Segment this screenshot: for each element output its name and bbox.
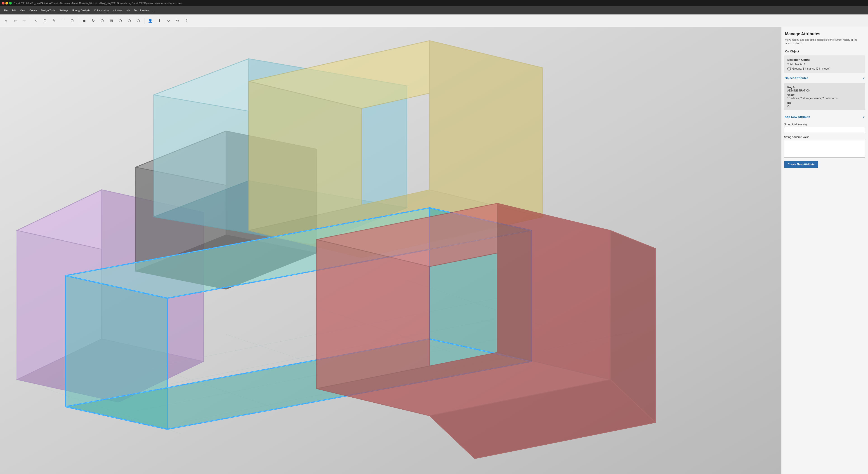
- key-field-label: String Attribute Key: [784, 123, 865, 126]
- toolbar-tool11[interactable]: ⬡: [134, 17, 143, 25]
- selection-count-card: Selection Count Total objects: 1 – Group…: [784, 55, 865, 73]
- object-attributes-chevron: ∨: [863, 76, 865, 80]
- menu-view[interactable]: View: [18, 8, 27, 13]
- toolbar-redo[interactable]: ↪: [20, 17, 28, 25]
- groups-row: – Groups: 1 Instance (2 in model): [787, 67, 862, 70]
- scene-svg: [0, 27, 781, 474]
- toolbar-tool5[interactable]: ⬡: [68, 17, 76, 25]
- attr-id-label: ID:: [787, 101, 862, 104]
- toolbar-paint[interactable]: ✎: [50, 17, 58, 25]
- toolbar-sep-2: [78, 18, 78, 24]
- toolbar-undo[interactable]: ↩: [11, 17, 19, 25]
- value-field-label: String Attribute Value: [784, 135, 865, 139]
- attribute-card: Key 0: ADMINISTRATION Value: 10 offices,…: [784, 83, 865, 110]
- toolbar-snap[interactable]: ⬡: [98, 17, 106, 25]
- selection-count-title: Selection Count: [787, 58, 862, 61]
- toolbar-user[interactable]: 👤: [146, 17, 154, 25]
- add-new-attribute-section: Add New Attribute ∨ String Attribute Key…: [781, 113, 868, 171]
- toolbar-help[interactable]: ?: [182, 17, 191, 25]
- panel-title: Manage Attributes: [785, 32, 864, 36]
- title-bar: Formit 2021.0.0 - D:/_cloud/Autodesk/For…: [0, 0, 868, 6]
- window-controls[interactable]: [2, 2, 12, 4]
- toolbar-hb[interactable]: HB: [174, 17, 182, 25]
- total-objects-value: Total objects: 1: [787, 63, 862, 66]
- menu-tech-preview[interactable]: Tech Preview: [132, 8, 151, 13]
- object-attributes-header[interactable]: Object Attributes ∨: [781, 74, 868, 82]
- toolbar-rotate[interactable]: ↻: [89, 17, 97, 25]
- menu-info[interactable]: Info: [124, 8, 131, 13]
- menu-settings[interactable]: Settings: [57, 8, 70, 13]
- toolbar: ⌂ ↩ ↪ ↖ ⬡ ✎ ⌒ ⬡ ◉ ↻ ⬡ ⊞ ⬡ ⬡ ⬡ 👤 ℹ AA HB …: [0, 14, 868, 27]
- panel-subtitle: View, modify, and add string attributes …: [785, 38, 864, 45]
- toolbar-sep-3: [144, 18, 145, 24]
- attr-key-value: ADMINISTRATION: [787, 89, 862, 92]
- add-new-attribute-title: Add New Attribute: [784, 115, 810, 119]
- toolbar-arc[interactable]: ⌒: [59, 17, 67, 25]
- menu-bar: File Edit View Create Design Tools Setti…: [0, 6, 868, 14]
- toolbar-measure[interactable]: ⬡: [41, 17, 49, 25]
- total-objects-number: 1: [804, 63, 805, 66]
- toolbar-info[interactable]: ℹ: [155, 17, 163, 25]
- minimize-button[interactable]: [5, 2, 8, 4]
- toolbar-home[interactable]: ⌂: [2, 17, 10, 25]
- title-bar-text: Formit 2021.0.0 - D:/_cloud/Autodesk/For…: [13, 2, 866, 4]
- total-objects-label: Total objects:: [787, 63, 803, 66]
- menu-more[interactable]: ...: [151, 8, 157, 13]
- toolbar-point[interactable]: ◉: [80, 17, 88, 25]
- groups-text: Groups: 1 Instance (2 in model): [792, 67, 830, 70]
- add-new-attribute-body: String Attribute Key String Attribute Va…: [781, 121, 868, 171]
- svg-marker-25: [430, 41, 542, 217]
- menu-edit[interactable]: Edit: [10, 8, 18, 13]
- menu-collaboration[interactable]: Collaboration: [92, 8, 111, 13]
- right-panel: Manage Attributes View, modify, and add …: [781, 27, 868, 474]
- add-new-attribute-chevron: ∨: [863, 115, 865, 119]
- attr-id-value: 23: [787, 104, 862, 107]
- groups-icon: –: [787, 67, 791, 70]
- value-field-textarea[interactable]: [784, 139, 865, 158]
- main-area: Manage Attributes View, modify, and add …: [0, 27, 868, 474]
- menu-design-tools[interactable]: Design Tools: [39, 8, 57, 13]
- on-object-label: On Object: [781, 47, 868, 55]
- key-field-input[interactable]: [784, 127, 865, 133]
- toolbar-tool10[interactable]: ⬡: [125, 17, 133, 25]
- menu-create[interactable]: Create: [28, 8, 39, 13]
- toolbar-select[interactable]: ↖: [32, 17, 40, 25]
- object-attributes-title: Object Attributes: [784, 76, 808, 80]
- add-new-attribute-header[interactable]: Add New Attribute ∨: [781, 113, 868, 121]
- maximize-button[interactable]: [9, 2, 12, 4]
- panel-header: Manage Attributes View, modify, and add …: [781, 27, 868, 47]
- attr-value-label: Value:: [787, 94, 862, 97]
- create-new-attribute-button[interactable]: Create New Attribute: [784, 161, 818, 168]
- menu-energy-analysis[interactable]: Energy Analysis: [70, 8, 92, 13]
- viewport[interactable]: [0, 27, 781, 474]
- svg-marker-35: [497, 203, 610, 380]
- menu-file[interactable]: File: [2, 8, 9, 13]
- attr-value-text: 10 offices, 2 storage closets, 2 bathroo…: [787, 97, 862, 100]
- toolbar-tool9[interactable]: ⬡: [116, 17, 124, 25]
- attr-key-label: Key 0:: [787, 86, 862, 89]
- toolbar-array[interactable]: ⊞: [107, 17, 115, 25]
- toolbar-aa[interactable]: AA: [164, 17, 173, 25]
- close-button[interactable]: [2, 2, 4, 4]
- menu-window[interactable]: Window: [111, 8, 123, 13]
